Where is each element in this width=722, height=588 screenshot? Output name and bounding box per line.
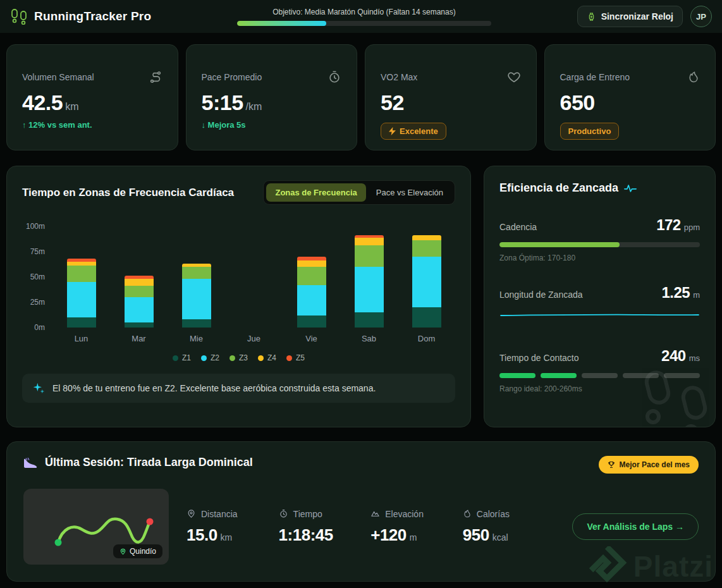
sync-watch-label: Sincronizar Reloj [601, 11, 673, 21]
metric-label: Cadencia [499, 222, 537, 232]
sparkles-icon [32, 382, 45, 395]
map-location-label: Quindío [113, 544, 162, 558]
status-badge-productivo: Productivo [560, 123, 620, 140]
cadence-bar-fill [499, 242, 620, 247]
bar-segment-z1 [412, 307, 441, 328]
trophy-icon [608, 461, 615, 469]
stat-label: VO2 Max [381, 72, 417, 82]
flame-icon [463, 509, 472, 518]
session-stat-distance: Distancia 15.0 km [187, 509, 279, 545]
stopwatch-icon [327, 70, 341, 84]
bar-segment-z4 [412, 235, 441, 240]
app-header: RunningTracker Pro Objetivo: Media Marat… [0, 0, 722, 33]
sync-watch-button[interactable]: Sincronizar Reloj [577, 6, 683, 27]
session-title: Última Sesión: Tirada Larga Dominical [45, 456, 253, 469]
bar-segment-z3 [125, 286, 154, 297]
stat-value: 1:18:45 [279, 525, 333, 545]
stat-value: 650 [560, 90, 595, 115]
app-title: RunningTracker Pro [34, 9, 151, 23]
bar-segment-z3 [355, 245, 384, 267]
stopwatch-icon [279, 509, 288, 518]
bar-segment-z3 [182, 267, 211, 279]
y-tick-label: 75m [30, 247, 45, 256]
badge-label: Productivo [568, 126, 611, 136]
legend-item-z1: Z1 [173, 353, 191, 362]
x-axis-label: Dom [418, 334, 435, 343]
pin-icon [119, 548, 126, 556]
last-session-panel: Última Sesión: Tirada Larga Dominical Me… [6, 441, 716, 582]
metric-value: 240 [661, 347, 686, 365]
flame-icon [687, 70, 700, 84]
route-map-thumbnail[interactable]: Quindío [23, 489, 169, 565]
session-stat-time: Tiempo 1:18:45 [279, 509, 371, 545]
avatar[interactable]: JP [690, 6, 712, 27]
chart-view-toggle: Zonas de Frecuencia Pace vs Elevación [263, 180, 455, 205]
metric-label: Tiempo de Contacto [499, 353, 579, 363]
bar-segment-z2 [67, 282, 96, 317]
bar-column-mie: Mie [168, 226, 225, 343]
metric-unit: ms [689, 353, 700, 363]
toggle-pace-elevacion[interactable]: Pace vs Elevación [367, 183, 452, 202]
session-stat-elevation: Elevación +120 m [370, 509, 463, 545]
toggle-zonas-frecuencia[interactable]: Zonas de Frecuencia [266, 183, 365, 202]
stat-trend: ↑ 12% vs sem ant. [22, 120, 162, 130]
bar-segment-z4 [125, 279, 154, 286]
session-stats: Distancia 15.0 km Tiempo 1:18 [187, 509, 554, 545]
contact-segment [499, 373, 535, 378]
objective-progress-fill [237, 21, 326, 26]
stat-label: Distancia [201, 509, 238, 519]
bar-column-lun: Lun [52, 226, 110, 343]
metric-label: Longitud de Zancada [499, 290, 583, 300]
bar-segment-z1 [355, 312, 384, 328]
status-badge-excelente: Excelente [381, 123, 446, 140]
stat-label: Calorías [477, 509, 510, 519]
best-pace-badge: Mejor Pace del mes [599, 456, 699, 474]
contact-segment [582, 373, 618, 378]
x-axis-label: Mie [190, 334, 203, 343]
bar-column-dom: Dom [398, 226, 455, 343]
cadence-bar-track [499, 242, 700, 247]
stat-card-vo2max: VO2 Max 52 Excelente [365, 44, 537, 150]
stat-unit: m [410, 532, 417, 542]
bar-segment-z1 [297, 315, 326, 328]
badge-label: Excelente [400, 126, 438, 136]
mountain-icon [370, 509, 380, 518]
chart-title: Tiempo en Zonas de Frecuencia Cardíaca [22, 187, 234, 199]
stat-label: Pace Promedio [202, 72, 262, 82]
bar-plot: LunMarMieJueVieSabDom [52, 226, 455, 343]
y-tick-label: 100m [26, 222, 45, 231]
insight-banner: El 80% de tu entreno fue en Z2. Excelent… [22, 374, 455, 403]
heart-icon [507, 70, 521, 84]
legend-dot [229, 355, 235, 361]
stat-label: Elevación [385, 509, 424, 519]
bar-column-mar: Mar [110, 226, 168, 343]
panel-title: Eficiencia de Zancada [499, 181, 618, 195]
stat-unit: km [65, 101, 78, 113]
route-icon [149, 70, 162, 84]
stride-length-line [499, 313, 700, 317]
metric-unit: m [693, 290, 700, 300]
metric-value: 1.25 [661, 284, 690, 302]
stat-card-weekly-volume: Volumen Semanal 42.5 km ↑ 12% vs sem ant… [6, 44, 178, 150]
bar-segment-z2 [297, 285, 326, 315]
objective-progress-track [237, 21, 491, 26]
insight-text: El 80% de tu entreno fue en Z2. Excelent… [52, 383, 376, 393]
objective-progress: Objetivo: Media Maratón Quindío (Faltan … [166, 8, 561, 26]
pulse-icon [624, 183, 637, 193]
bar-segment-z3 [297, 267, 326, 285]
x-axis-label: Mar [132, 334, 145, 343]
bar-segment-z2 [125, 297, 154, 322]
lightning-icon [389, 127, 396, 135]
metric-stride-length: Longitud de Zancada 1.25 m [499, 284, 700, 317]
legend-item-z2: Z2 [201, 353, 219, 362]
metric-value: 172 [656, 216, 681, 234]
bar-segment-z3 [412, 240, 441, 257]
app-logo: RunningTracker Pro [10, 8, 151, 25]
metric-note: Zona Óptima: 170-180 [499, 254, 700, 262]
view-laps-button[interactable]: Ver Análisis de Laps → [572, 513, 699, 540]
hr-zones-panel: Tiempo en Zonas de Frecuencia Cardíaca Z… [6, 166, 471, 427]
stat-value: 42.5 [22, 90, 63, 115]
bar-column-jue: Jue [225, 226, 283, 343]
stride-efficiency-panel: Eficiencia de Zancada Cadencia 172 ppm Z… [484, 166, 716, 427]
bar-segment-z4 [297, 260, 326, 267]
